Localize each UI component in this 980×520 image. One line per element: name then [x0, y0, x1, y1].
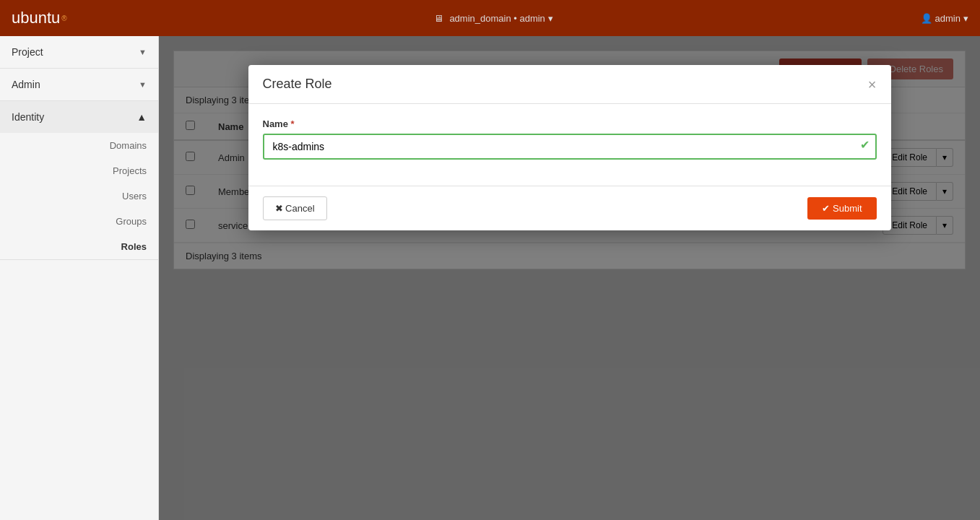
- admin-label: Admin: [12, 79, 40, 90]
- project-chevron: ▼: [139, 48, 147, 56]
- modal-body: Name * ✔: [248, 104, 891, 186]
- layout: Project ▼ Admin ▼ Identity ▲ Domains Pro…: [0, 36, 980, 520]
- modal-overlay: Create Role × Name * ✔ ✖ Ca: [159, 36, 980, 520]
- name-input[interactable]: [263, 134, 877, 160]
- sidebar-item-groups[interactable]: Groups: [0, 209, 158, 234]
- main-content: 🛡 Create Role 🗑 Delete Roles Displaying …: [159, 36, 980, 520]
- admin-chevron: ▼: [139, 80, 147, 89]
- sidebar-item-project[interactable]: Project ▼: [0, 36, 158, 68]
- sidebar-section-identity: Identity ▲ Domains Projects Users Groups…: [0, 101, 158, 260]
- modal-header: Create Role ×: [248, 65, 891, 104]
- sidebar-item-domains[interactable]: Domains: [0, 133, 158, 158]
- sidebar-item-identity[interactable]: Identity ▲: [0, 101, 158, 133]
- domain-dropdown-icon[interactable]: ▾: [548, 13, 553, 24]
- modal-footer: ✖ Cancel ✔ Submit: [248, 186, 891, 230]
- user-dropdown-icon[interactable]: ▾: [963, 13, 968, 24]
- cancel-button[interactable]: ✖ Cancel: [263, 196, 327, 220]
- domain-label: admin_domain • admin: [449, 13, 545, 24]
- submit-button[interactable]: ✔ Submit: [807, 197, 876, 220]
- sidebar-item-admin[interactable]: Admin ▼: [0, 69, 158, 100]
- required-indicator: *: [291, 118, 295, 129]
- user-icon: 👤: [921, 13, 932, 24]
- identity-sub-items: Domains Projects Users Groups Roles: [0, 133, 158, 259]
- identity-label: Identity: [12, 111, 44, 123]
- sidebar: Project ▼ Admin ▼ Identity ▲ Domains Pro…: [0, 36, 159, 520]
- sidebar-item-roles[interactable]: Roles: [0, 234, 158, 259]
- name-label: Name *: [263, 118, 877, 129]
- navbar: ubuntu® 🖥 admin_domain • admin ▾ 👤 admin…: [0, 0, 980, 36]
- sidebar-section-admin: Admin ▼: [0, 69, 158, 101]
- modal-title: Create Role: [263, 77, 332, 92]
- name-form-group: Name * ✔: [263, 118, 877, 160]
- sidebar-item-users[interactable]: Users: [0, 183, 158, 209]
- sidebar-section-project: Project ▼: [0, 36, 158, 69]
- navbar-center[interactable]: 🖥 admin_domain • admin ▾: [434, 13, 552, 24]
- brand-sup: ®: [61, 14, 66, 22]
- identity-chevron: ▲: [136, 111, 147, 123]
- modal-close-button[interactable]: ×: [868, 77, 877, 92]
- user-label: admin: [935, 13, 961, 24]
- navbar-right[interactable]: 👤 admin ▾: [921, 13, 968, 24]
- create-role-modal: Create Role × Name * ✔ ✖ Ca: [248, 65, 891, 230]
- name-label-text: Name: [263, 118, 288, 129]
- sidebar-item-projects[interactable]: Projects: [0, 158, 158, 183]
- brand: ubuntu®: [12, 9, 67, 27]
- monitor-icon: 🖥: [434, 13, 443, 24]
- valid-checkmark-icon: ✔: [860, 138, 870, 152]
- brand-text: ubuntu: [12, 9, 60, 27]
- input-wrapper: ✔: [263, 134, 877, 160]
- project-label: Project: [12, 46, 43, 58]
